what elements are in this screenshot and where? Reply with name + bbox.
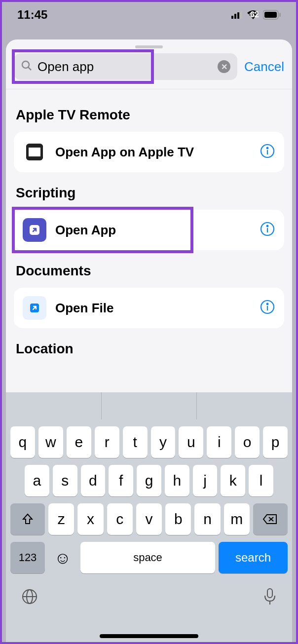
- screenshot-border: [0, 0, 298, 644]
